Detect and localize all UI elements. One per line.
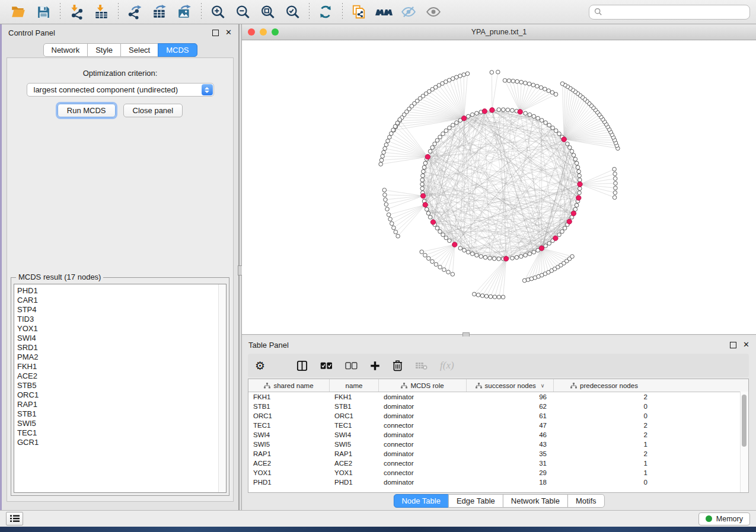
- tab-network[interactable]: Network: [43, 43, 88, 57]
- mcds-result-item[interactable]: STB1: [17, 409, 226, 419]
- graph-node[interactable]: [544, 121, 548, 125]
- graph-node[interactable]: [578, 174, 582, 178]
- graph-node[interactable]: [572, 153, 576, 158]
- graph-node[interactable]: [425, 207, 429, 211]
- network-graph[interactable]: [242, 40, 756, 334]
- mcds-result-item[interactable]: TEC1: [17, 428, 226, 438]
- graph-node[interactable]: [575, 161, 579, 165]
- graph-hub-node[interactable]: [503, 257, 508, 261]
- mcds-result-item[interactable]: PHD1: [17, 286, 226, 296]
- graph-node[interactable]: [543, 87, 547, 91]
- graph-node[interactable]: [497, 108, 501, 112]
- graph-hub-node[interactable]: [539, 246, 544, 251]
- graph-node[interactable]: [383, 146, 387, 150]
- float-panel-icon[interactable]: [730, 342, 736, 348]
- graph-hub-node[interactable]: [430, 220, 435, 225]
- graph-node[interactable]: [388, 135, 392, 139]
- graph-hub-node[interactable]: [576, 196, 581, 200]
- graph-node[interactable]: [554, 92, 558, 97]
- mcds-result-item[interactable]: STP4: [17, 305, 226, 315]
- graph-node[interactable]: [423, 161, 428, 165]
- mcds-result-list[interactable]: PHD1CAR1STP4TID3YOX1SWI4SRD1PMA2FKH1ACE2…: [14, 284, 227, 493]
- network-canvas[interactable]: [242, 40, 756, 334]
- graph-node[interactable]: [428, 149, 432, 153]
- settings-gear-icon[interactable]: ⚙: [255, 360, 265, 371]
- graph-node[interactable]: [422, 169, 426, 174]
- graph-node[interactable]: [435, 226, 439, 230]
- graph-node[interactable]: [455, 121, 459, 125]
- graph-node[interactable]: [446, 270, 451, 274]
- mcds-result-item[interactable]: STB5: [17, 381, 226, 390]
- tab-motifs[interactable]: Motifs: [567, 494, 605, 508]
- graph-node[interactable]: [451, 273, 455, 277]
- graph-node[interactable]: [506, 108, 510, 112]
- graph-node[interactable]: [470, 113, 474, 117]
- graph-node[interactable]: [522, 278, 527, 283]
- graph-node[interactable]: [539, 86, 543, 90]
- graph-node[interactable]: [458, 246, 462, 251]
- graph-node[interactable]: [480, 294, 484, 298]
- graph-node[interactable]: [568, 146, 572, 150]
- graph-node[interactable]: [536, 116, 540, 120]
- graph-node[interactable]: [528, 252, 532, 256]
- graph-node[interactable]: [390, 132, 394, 136]
- memory-button[interactable]: Memory: [698, 512, 750, 525]
- table-row[interactable]: STB1STB1dominator620: [248, 402, 748, 411]
- graph-node[interactable]: [384, 143, 388, 147]
- graph-node[interactable]: [511, 79, 515, 84]
- graph-node[interactable]: [497, 257, 501, 261]
- graph-node[interactable]: [379, 158, 384, 162]
- column-header-shared-name[interactable]: shared name: [248, 379, 330, 392]
- float-panel-icon[interactable]: [212, 30, 219, 36]
- tab-select[interactable]: Select: [120, 43, 158, 57]
- graph-hub-node[interactable]: [423, 203, 428, 207]
- graph-node[interactable]: [441, 233, 445, 237]
- zoom-out-icon[interactable]: [232, 2, 253, 21]
- graph-node[interactable]: [532, 250, 536, 254]
- mcds-result-item[interactable]: FKH1: [17, 362, 226, 371]
- graph-hub-node[interactable]: [425, 155, 430, 159]
- graph-hub-node[interactable]: [571, 211, 576, 216]
- graph-node[interactable]: [507, 79, 511, 83]
- graph-node[interactable]: [524, 254, 528, 258]
- graph-hub-node[interactable]: [553, 236, 558, 241]
- mcds-result-item[interactable]: SWI5: [17, 419, 226, 428]
- mcds-result-item[interactable]: ACE2: [17, 371, 226, 381]
- show-details-icon[interactable]: [423, 2, 444, 21]
- import-table-icon[interactable]: [91, 2, 111, 21]
- clone-network-icon[interactable]: [349, 2, 369, 21]
- maximize-window-icon[interactable]: [272, 28, 279, 36]
- show-columns-icon[interactable]: [296, 360, 308, 371]
- refresh-layout-icon[interactable]: [315, 2, 336, 21]
- graph-node[interactable]: [496, 70, 500, 74]
- graph-node[interactable]: [575, 203, 579, 207]
- graph-node[interactable]: [578, 187, 582, 191]
- graph-node[interactable]: [573, 207, 578, 211]
- search-input[interactable]: [606, 7, 745, 17]
- graph-node[interactable]: [578, 178, 582, 182]
- graph-node[interactable]: [576, 165, 580, 169]
- graph-node[interactable]: [442, 268, 446, 272]
- graph-node[interactable]: [395, 121, 400, 125]
- graph-node[interactable]: [570, 149, 574, 153]
- graph-node[interactable]: [532, 114, 536, 118]
- graph-node[interactable]: [448, 126, 452, 130]
- graph-node[interactable]: [420, 187, 425, 191]
- minimize-window-icon[interactable]: [260, 28, 267, 36]
- graph-node[interactable]: [519, 255, 524, 259]
- graph-node[interactable]: [524, 111, 528, 116]
- graph-node[interactable]: [479, 255, 483, 259]
- graph-node[interactable]: [613, 177, 617, 181]
- graph-node[interactable]: [613, 191, 617, 195]
- optimization-criterion-select[interactable]: largest connected component (undirected): [27, 83, 214, 97]
- tab-network-table[interactable]: Network Table: [503, 494, 568, 508]
- graph-node[interactable]: [484, 294, 489, 299]
- graph-hub-node[interactable]: [490, 108, 495, 113]
- graph-node[interactable]: [426, 211, 430, 216]
- graph-node[interactable]: [577, 169, 581, 174]
- graph-node[interactable]: [511, 108, 515, 113]
- graph-node[interactable]: [557, 132, 562, 136]
- close-panel-button[interactable]: Close panel: [123, 104, 183, 117]
- graph-node[interactable]: [423, 254, 428, 258]
- graph-node[interactable]: [475, 111, 479, 116]
